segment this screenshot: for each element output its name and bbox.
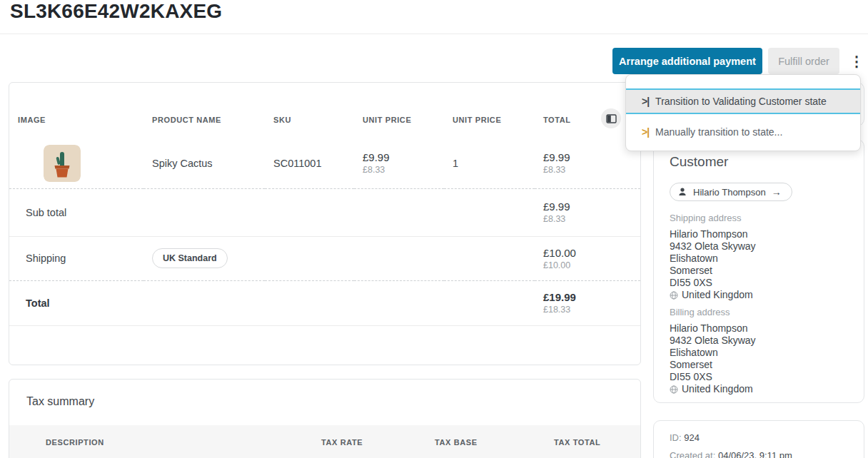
product-sku: SC011001: [273, 158, 321, 169]
product-name: Spiky Cactus: [152, 158, 213, 169]
tax-rate-header: TAX RATE: [321, 438, 363, 447]
tax-summary-card: Tax summary DESCRIPTION TAX RATE TAX BAS…: [9, 379, 641, 458]
address-line: Somerset: [670, 265, 848, 277]
order-id-line: ID: 924: [670, 432, 848, 443]
customer-card: Customer Hilario Thompson → Shipping add…: [653, 139, 864, 403]
sku-column-header: SKU: [265, 83, 354, 138]
unit-price-2-column-header: UNIT PRICE: [444, 83, 535, 138]
transition-icon: >|: [642, 96, 649, 107]
shipping-address-block: Hilario Thompson 9432 Oleta Skyway Elish…: [670, 228, 848, 301]
globe-icon: [670, 291, 678, 300]
line-item-row: Spiky Cactus SC011001 £9.99 £8.33 1 £9.9…: [9, 138, 640, 188]
subtotal-value: £9.99: [543, 200, 640, 213]
quantity: 1: [453, 158, 458, 169]
customer-link-pill[interactable]: Hilario Thompson →: [670, 183, 792, 201]
dropdown-item-transition-validating-customer[interactable]: >| Transition to Validating Customer sta…: [626, 88, 860, 114]
created-at-line: Created at: 04/06/23, 9:11 pm: [670, 450, 848, 458]
unit-price-column-header: UNIT PRICE: [354, 83, 444, 138]
shipping-method-badge: UK Standard: [152, 248, 228, 268]
transition-icon: >|: [642, 126, 649, 138]
tax-table-header-row: DESCRIPTION TAX RATE TAX BASE TAX TOTAL: [9, 425, 640, 458]
address-line: Somerset: [670, 359, 848, 371]
order-detail-page: SL3K66E42W2KAXEG Arrange additional paym…: [0, 0, 868, 458]
product-image-cactus: [44, 145, 81, 182]
shipping-pretax: £10.00: [543, 260, 640, 270]
address-line: Hilario Thompson: [670, 228, 848, 240]
tax-description-header: DESCRIPTION: [46, 438, 104, 447]
shipping-value: £10.00: [543, 247, 640, 259]
line-items-card: IMAGE PRODUCT NAME SKU UNIT PRICE UNIT P…: [9, 82, 641, 365]
fulfill-order-button[interactable]: Fulfill order: [768, 48, 839, 74]
address-line: DI55 0XS: [670, 277, 848, 289]
arrow-right-icon: →: [772, 186, 782, 198]
globe-icon: [670, 385, 678, 394]
line-items-table: IMAGE PRODUCT NAME SKU UNIT PRICE UNIT P…: [9, 83, 640, 326]
customer-name: Hilario Thompson: [693, 187, 766, 198]
order-id-label: ID:: [670, 432, 682, 443]
line-total-pretax: £8.33: [543, 165, 640, 175]
total-value: £19.99: [543, 291, 640, 303]
total-label: Total: [26, 297, 50, 309]
created-at-label: Created at:: [670, 450, 715, 458]
billing-address-block: Hilario Thompson 9432 Oleta Skyway Elish…: [670, 322, 848, 395]
shipping-address-label: Shipping address: [670, 213, 848, 223]
unit-price: £9.99: [363, 151, 444, 163]
kebab-menu-icon[interactable]: ⋮: [847, 50, 867, 73]
address-line: Elishatown: [670, 253, 848, 265]
address-line: Hilario Thompson: [670, 322, 848, 335]
dropdown-item-label: Manually transition to state...: [655, 126, 782, 138]
address-line: DI55 0XS: [670, 371, 848, 383]
total-column-header: TOTAL: [535, 83, 640, 138]
subtotal-label: Sub total: [26, 207, 66, 218]
total-pretax: £18.33: [543, 305, 640, 315]
tax-base-header: TAX BASE: [435, 438, 478, 447]
billing-country: United Kingdom: [682, 383, 753, 395]
header-divider: [0, 34, 868, 34]
page-title: SL3K66E42W2KAXEG: [10, 0, 222, 23]
address-country-line: United Kingdom: [670, 383, 848, 395]
shipping-label: Shipping: [26, 253, 66, 264]
arrange-additional-payment-button[interactable]: Arrange additional payment: [612, 48, 762, 74]
subtotal-row: Sub total £9.99 £8.33: [9, 188, 640, 236]
address-line: Elishatown: [670, 347, 848, 359]
address-line: 9432 Oleta Skyway: [670, 335, 848, 347]
shipping-country: United Kingdom: [682, 289, 753, 301]
image-column-header: IMAGE: [9, 83, 143, 138]
address-line: 9432 Oleta Skyway: [670, 240, 848, 253]
shipping-row: Shipping UK Standard £10.00 £10.00: [9, 236, 640, 280]
address-country-line: United Kingdom: [670, 289, 848, 301]
columns-icon: [606, 114, 617, 123]
order-id-value: 924: [684, 432, 700, 443]
tax-total-header: TAX TOTAL: [554, 438, 600, 447]
billing-address-label: Billing address: [670, 307, 848, 317]
unit-price-pretax: £8.33: [363, 165, 444, 175]
order-meta-card: ID: 924 Created at: 04/06/23, 9:11 pm: [653, 420, 864, 458]
created-at-value: 04/06/23, 9:11 pm: [718, 450, 792, 458]
dropdown-item-label: Transition to Validating Customer state: [655, 96, 827, 107]
customer-card-title: Customer: [670, 154, 848, 170]
column-settings-button[interactable]: [601, 108, 621, 128]
line-total: £9.99: [543, 151, 640, 163]
table-header-row: IMAGE PRODUCT NAME SKU UNIT PRICE UNIT P…: [9, 83, 640, 138]
state-transition-dropdown: >| Transition to Validating Customer sta…: [625, 74, 861, 151]
total-row: Total £19.99 £18.33: [9, 280, 640, 325]
dropdown-item-manually-transition[interactable]: >| Manually transition to state...: [626, 121, 860, 143]
person-icon: [677, 187, 687, 197]
product-name-column-header: PRODUCT NAME: [143, 83, 265, 138]
tax-summary-title: Tax summary: [26, 395, 640, 408]
subtotal-pretax: £8.33: [543, 214, 640, 224]
